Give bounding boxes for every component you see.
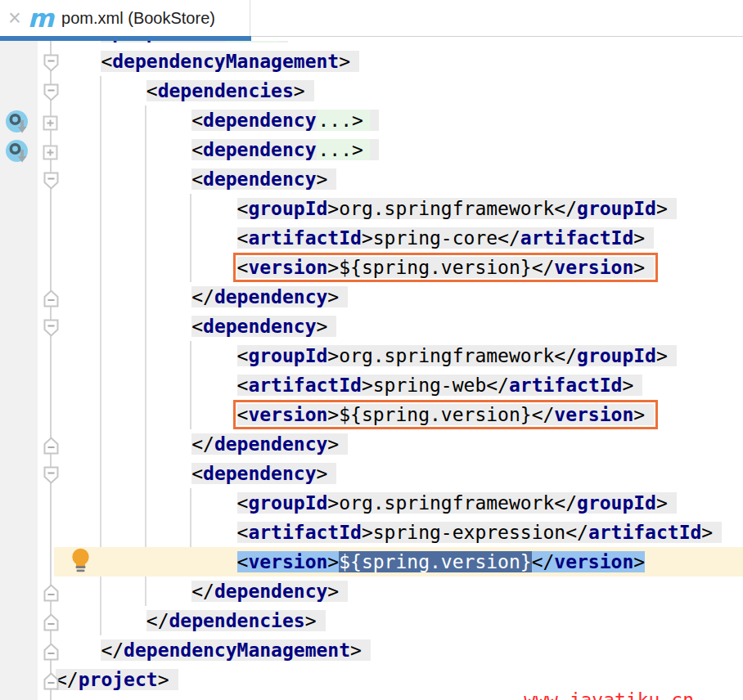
code-line[interactable]: </dependency> [0,577,743,606]
fold-expand-icon[interactable] [43,143,60,161]
code-line[interactable]: <groupId>org.springframework</groupId> [0,341,743,370]
maven-dependency-gutter-icon[interactable] [6,140,29,164]
code-token: </ [191,581,214,602]
code-line[interactable]: <dependency> [0,459,743,488]
indent-whitespace [56,522,237,543]
code-token: > [317,168,328,190]
code-token: ${spring.version} [339,551,531,572]
code-token: < [101,51,112,72]
code-text: <groupId>org.springframework</groupId> [237,345,677,366]
indent-whitespace [56,375,237,396]
code-text: <groupId>org.springframework</groupId> [237,492,677,514]
code-token: < [191,316,203,337]
xml-tag-name: dependencyManagement [124,639,350,661]
fold-collapse-icon[interactable] [43,172,60,190]
code-token: </ [498,227,520,249]
indent-whitespace [56,433,191,455]
fold-collapse-icon[interactable] [43,54,60,72]
xml-tag-name: groupId [577,492,656,514]
fold-collapse-end-icon[interactable] [43,584,60,602]
code-token: </ [191,286,214,307]
code-text: <dependency> [191,168,336,190]
code-token: > [327,345,339,366]
code-token: < [237,551,249,572]
indent-whitespace [56,286,191,307]
code-token: > [317,463,328,484]
code-token: </ [554,198,577,219]
code-line[interactable]: <version>${spring.version}</version> [0,400,743,429]
code-token: </ [532,551,555,572]
indent-whitespace [56,227,237,249]
code-token: > [327,581,339,602]
code-line[interactable]: <groupId>org.springframework</groupId> [0,488,743,518]
code-line[interactable]: <dependency> [0,164,743,194]
tab-pom-xml[interactable]: × m pom.xml (BookStore) [0,0,250,36]
xml-tag-name: dependency [203,168,316,190]
code-token: > [656,198,668,219]
code-text: <version>${spring.version}</version> [237,551,646,572]
code-line[interactable]: <artifactId>spring-expression</artifactI… [0,518,743,547]
code-text: </dependencyManagement> [101,639,371,661]
code-token: > [633,404,645,425]
code-text: <dependency> [191,316,336,337]
code-token: > [158,669,169,690]
code-editor[interactable]: <properties...> <dependencyManagement> <… [0,41,743,700]
code-token: > [327,257,339,278]
code-token: </ [565,522,588,543]
code-token: > [701,522,713,543]
code-line[interactable]: </dependency> [0,429,743,459]
close-icon[interactable]: × [8,7,21,29]
xml-tag-name: version [554,551,633,572]
code-token: > [633,257,645,278]
code-token: > [327,198,339,219]
fold-collapse-end-icon[interactable] [43,613,60,631]
xml-tag-name: dependencies [169,610,304,631]
fold-collapse-end-icon[interactable] [43,437,60,455]
fold-collapse-end-icon[interactable] [43,672,60,690]
code-line[interactable]: <dependencies> [0,76,743,105]
maven-icon: m [28,6,54,31]
code-line[interactable]: </dependencyManagement> [0,635,743,665]
indent-whitespace [56,463,191,484]
xml-tag-name: groupId [248,198,327,219]
code-token: </ [486,375,509,396]
code-text: </dependency> [191,286,348,307]
code-token: spring-web [373,375,486,396]
intention-bulb-icon[interactable] [70,548,91,574]
code-line[interactable]: </dependency> [0,282,743,312]
code-token: </ [146,610,169,631]
fold-expand-icon[interactable] [43,114,60,132]
fold-collapse-end-icon[interactable] [43,289,60,307]
code-text: <properties...> [101,41,288,43]
code-line[interactable]: <dependency...> [0,105,743,135]
code-lines: <properties...> <dependencyManagement> <… [0,41,743,694]
code-line[interactable]: <dependencyManagement> [0,47,743,76]
fold-collapse-icon[interactable] [43,466,60,484]
xml-tag-name: artifactId [509,375,622,396]
code-token: < [191,110,203,131]
code-token: </ [532,257,555,278]
code-line[interactable]: </dependencies> [0,606,743,635]
code-token: < [237,257,249,278]
code-line[interactable]: <properties...> [0,41,743,47]
editor-gutter [0,41,54,700]
code-line[interactable]: <dependency> [0,312,743,341]
code-line[interactable]: <groupId>org.springframework</groupId> [0,194,743,223]
code-text: </dependency> [191,581,348,602]
code-token: </ [191,433,214,455]
code-token: > [633,227,645,249]
fold-collapse-icon[interactable] [43,319,60,337]
code-line[interactable]: <version>${spring.version}</version> [0,547,743,577]
fold-collapse-icon[interactable] [43,83,60,101]
indent-whitespace [56,198,237,219]
code-line[interactable]: <version>${spring.version}</version> [0,253,743,282]
xml-tag-name: groupId [577,198,656,219]
fold-collapse-end-icon[interactable] [43,643,60,661]
code-token: org.springframework [339,345,554,366]
code-line[interactable]: <artifactId>spring-web</artifactId> [0,370,743,400]
code-token: > [633,551,645,572]
code-line[interactable]: <artifactId>spring-core</artifactId> [0,223,743,253]
maven-dependency-gutter-icon[interactable] [6,110,29,135]
code-line[interactable]: <dependency...> [0,135,743,164]
code-text: <dependencyManagement> [101,51,359,72]
